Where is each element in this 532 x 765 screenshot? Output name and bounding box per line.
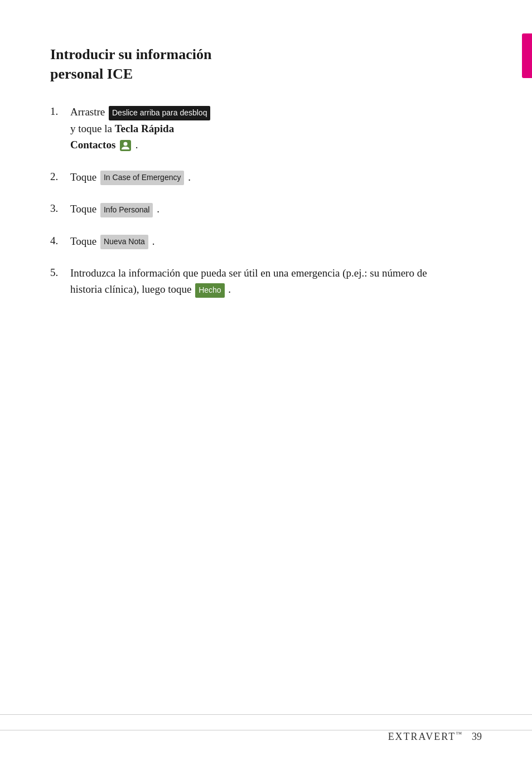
- step-text-4: Toque Nueva Nota .: [70, 233, 429, 249]
- step-item-2: 2. Toque In Case of Emergency .: [50, 169, 429, 185]
- step2-text-before: Toque: [70, 171, 96, 183]
- trademark: ™: [456, 730, 463, 737]
- step1-text-before: Arrastre: [70, 106, 105, 118]
- step4-text-after: .: [152, 235, 155, 247]
- step3-text-after: .: [157, 203, 159, 215]
- brand-name: Extravert: [388, 731, 456, 742]
- step1-period: .: [136, 139, 138, 151]
- step3-text-before: Toque: [70, 203, 96, 215]
- title-line2: personal ICE: [50, 66, 133, 82]
- step4-text-before: Toque: [70, 235, 96, 247]
- step-item-1: 1. Arrastre Deslice arriba para desbloq …: [50, 104, 429, 153]
- steps-list: 1. Arrastre Deslice arriba para desbloq …: [50, 104, 429, 298]
- step5-text-full: Introduzca la información que pueda ser …: [70, 267, 427, 295]
- page-title: Introducir su información personal ICE: [50, 45, 429, 84]
- btn-hecho: Hecho: [195, 283, 224, 298]
- btn-info-personal: Info Personal: [100, 203, 153, 217]
- svg-point-1: [124, 142, 128, 146]
- step-number-5: 5.: [50, 265, 70, 281]
- step-item-5: 5. Introduzca la información que pueda s…: [50, 265, 429, 298]
- step5-text-after: .: [228, 283, 231, 295]
- step-text-2: Toque In Case of Emergency .: [70, 169, 429, 185]
- step-number-4: 4.: [50, 233, 70, 249]
- footer-brand: Extravert™: [388, 730, 463, 743]
- step-number-2: 2.: [50, 169, 70, 185]
- step2-text-after: .: [188, 171, 191, 183]
- step-text-3: Toque Info Personal .: [70, 201, 429, 217]
- footer-page-number: 39: [472, 731, 482, 743]
- step-text-1: Arrastre Deslice arriba para desbloq y t…: [70, 104, 429, 153]
- step-number-1: 1.: [50, 104, 70, 120]
- side-tab: [522, 33, 532, 78]
- contacts-icon: [119, 139, 132, 152]
- btn-desbloq: Deslice arriba para desbloq: [109, 106, 210, 120]
- title-line1: Introducir su información: [50, 46, 211, 62]
- footer-line: [0, 714, 532, 715]
- btn-nueva-nota: Nueva Nota: [100, 235, 148, 249]
- step-text-5: Introduzca la información que pueda ser …: [70, 265, 429, 298]
- footer: Extravert™ 39: [0, 730, 532, 743]
- page-content: Introducir su información personal ICE 1…: [0, 0, 480, 347]
- step-item-4: 4. Toque Nueva Nota .: [50, 233, 429, 249]
- step-item-3: 3. Toque Info Personal .: [50, 201, 429, 217]
- step-number-3: 3.: [50, 201, 70, 217]
- btn-ice: In Case of Emergency: [100, 171, 185, 185]
